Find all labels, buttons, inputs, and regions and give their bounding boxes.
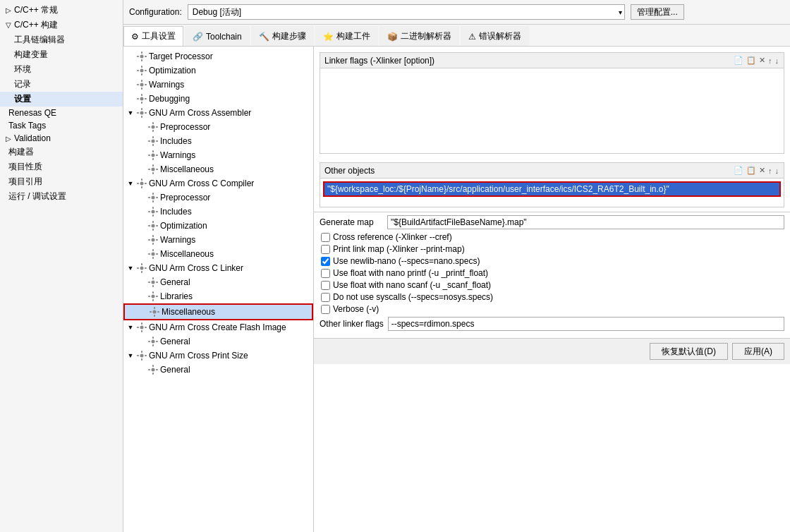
- tab-error-parser[interactable]: ⚠ 错误解析器: [461, 26, 529, 46]
- gear-icon: [136, 262, 147, 274]
- linker-flags-content: [320, 68, 784, 153]
- print-map-checkbox[interactable]: [321, 245, 330, 254]
- sidebar-item-environment[interactable]: 环境: [0, 62, 123, 77]
- checkbox-verbose: Verbose (-v): [320, 304, 784, 314]
- tree-item-asm-misc[interactable]: Miscellaneous: [123, 162, 313, 176]
- expand-icon-flash[interactable]: ▼: [126, 324, 135, 331]
- sidebar-item-toolchain-editor[interactable]: 工具链编辑器: [0, 32, 123, 47]
- svg-rect-39: [156, 155, 158, 156]
- tab-label: 构建步骤: [272, 30, 306, 42]
- sidebar-item-builder[interactable]: 构建器: [0, 145, 123, 159]
- sidebar-item-project-nature[interactable]: 项目性质: [0, 159, 123, 174]
- tree-item-flash-image[interactable]: ▼ GNU Arm Cross Create Flash Image: [123, 320, 313, 334]
- tree-item-gnu-arm-c-compiler[interactable]: ▼ GNU Arm Cross C Compiler: [123, 176, 313, 191]
- float-scanf-label: Use float with nano scanf (-u _scanf_flo…: [333, 280, 491, 290]
- newlib-nano-label: Use newlib-nano (--specs=nano.specs): [333, 256, 480, 266]
- svg-rect-71: [152, 249, 154, 251]
- float-scanf-checkbox[interactable]: [321, 281, 330, 290]
- cross-ref-checkbox[interactable]: [321, 233, 330, 242]
- generate-map-input[interactable]: [387, 215, 784, 229]
- copy-obj-button[interactable]: 📋: [746, 165, 757, 176]
- tree-item-gnu-arm-assembler[interactable]: ▼ GNU Arm Cross Assembler: [123, 106, 313, 120]
- svg-rect-51: [152, 193, 154, 195]
- sidebar-item-cpp-build[interactable]: ▽ C/C++ 构建: [0, 18, 123, 32]
- add-obj-button[interactable]: 📄: [733, 165, 744, 176]
- no-syscalls-checkbox[interactable]: [321, 293, 330, 302]
- tree-item-warnings[interactable]: Warnings: [123, 78, 313, 92]
- tab-toolchain[interactable]: 🔗 Toolchain: [185, 26, 250, 46]
- tree-item-flash-general[interactable]: General: [123, 334, 313, 349]
- tree-item-linker-general[interactable]: General: [123, 275, 313, 289]
- svg-rect-77: [141, 271, 142, 273]
- no-syscalls-label: Do not use syscalls (--specs=nosys.specs…: [333, 292, 493, 302]
- expand-icon-compiler[interactable]: ▼: [126, 180, 135, 187]
- tab-label: 错误解析器: [479, 30, 521, 42]
- tree-item-asm-preprocessor[interactable]: Preprocessor: [123, 120, 313, 134]
- sidebar-item-project-ref[interactable]: 项目引用: [0, 174, 123, 189]
- sidebar-item-build-vars[interactable]: 构建变量: [0, 47, 123, 62]
- sidebar-item-task-tags[interactable]: Task Tags: [0, 119, 123, 132]
- tree-item-print-general[interactable]: General: [123, 363, 313, 377]
- restore-defaults-button[interactable]: 恢复默认值(D): [650, 343, 728, 360]
- tree-item-asm-warnings[interactable]: Warnings: [123, 148, 313, 162]
- svg-rect-3: [137, 56, 139, 57]
- expand-icon-linker[interactable]: ▼: [126, 265, 135, 272]
- other-objects-entry[interactable]: "${workspace_loc:/${ProjName}/src/applic…: [323, 181, 781, 197]
- float-printf-label: Use float with nano printf (-u _printf_f…: [333, 268, 488, 278]
- apply-button[interactable]: 应用(A): [732, 343, 784, 360]
- manage-config-button[interactable]: 管理配置...: [631, 4, 684, 20]
- svg-rect-59: [156, 211, 158, 212]
- add-file-button[interactable]: 📄: [733, 55, 744, 66]
- sidebar-item-cpp-general[interactable]: ▷ C/C++ 常规: [0, 3, 123, 18]
- tab-build-artifact[interactable]: ⭐ 构建工件: [315, 26, 378, 46]
- svg-rect-82: [152, 285, 154, 287]
- tree-item-print-size[interactable]: ▼ GNU Arm Cross Print Size: [123, 349, 313, 363]
- tab-tool-settings[interactable]: ⚙ 工具设置: [123, 26, 183, 46]
- gear-icon: [136, 350, 147, 361]
- tree-label: Warnings: [149, 80, 184, 90]
- sidebar-item-settings[interactable]: 设置: [0, 92, 123, 107]
- tree-item-linker-misc[interactable]: Miscellaneous: [123, 303, 313, 320]
- sidebar-item-validation[interactable]: ▷ Validation: [0, 132, 123, 145]
- tree-item-target-processor[interactable]: Target Processor: [123, 49, 313, 64]
- expand-icon-print[interactable]: ▼: [126, 352, 135, 359]
- sidebar-item-run-debug[interactable]: 运行 / 调试设置: [0, 189, 123, 204]
- tree-item-optimization[interactable]: Optimization: [123, 64, 313, 78]
- tab-label: 工具设置: [142, 30, 176, 42]
- tree-label: Optimization: [160, 221, 207, 231]
- tree-item-cc-warnings[interactable]: Warnings: [123, 233, 313, 247]
- gear-icon: [136, 93, 147, 104]
- tree-item-cc-optimization[interactable]: Optimization: [123, 219, 313, 233]
- tab-build-steps[interactable]: 🔨 构建步骤: [251, 26, 314, 46]
- other-linker-input[interactable]: [388, 317, 784, 331]
- sidebar-item-log[interactable]: 记录: [0, 77, 123, 92]
- float-printf-checkbox[interactable]: [321, 269, 330, 278]
- sidebar-item-renesas-qe[interactable]: Renesas QE: [0, 107, 123, 119]
- svg-point-75: [140, 267, 144, 270]
- newlib-nano-checkbox[interactable]: [321, 257, 330, 266]
- tab-binary-parser[interactable]: 📦 二进制解析器: [379, 26, 459, 46]
- svg-rect-57: [152, 214, 154, 217]
- tree-item-cc-misc[interactable]: Miscellaneous: [123, 247, 313, 261]
- tree-item-cc-preprocessor[interactable]: Preprocessor: [123, 191, 313, 205]
- svg-rect-26: [152, 122, 154, 124]
- copy-button[interactable]: 📋: [746, 55, 757, 66]
- move-obj-down-button[interactable]: ↓: [774, 165, 780, 176]
- tree-item-linker-libraries[interactable]: Libraries: [123, 289, 313, 303]
- move-obj-up-button[interactable]: ↑: [767, 165, 773, 176]
- delete-obj-button[interactable]: ✕: [758, 165, 766, 176]
- expand-icon-assembler[interactable]: ▼: [126, 109, 135, 116]
- svg-rect-67: [152, 243, 154, 245]
- tree-item-asm-includes[interactable]: Includes: [123, 134, 313, 148]
- tree-item-cc-includes[interactable]: Includes: [123, 205, 313, 219]
- svg-rect-2: [141, 59, 142, 61]
- svg-rect-13: [137, 84, 139, 85]
- tree-item-gnu-arm-c-linker[interactable]: ▼ GNU Arm Cross C Linker: [123, 261, 313, 275]
- linker-flags-actions: 📄 📋 ✕ ↑ ↓: [733, 55, 779, 66]
- move-up-button[interactable]: ↑: [767, 55, 773, 66]
- config-select[interactable]: Debug [活动]: [188, 4, 625, 20]
- tree-item-debugging[interactable]: Debugging: [123, 92, 313, 106]
- delete-button[interactable]: ✕: [758, 55, 766, 66]
- move-down-button[interactable]: ↓: [774, 55, 780, 66]
- verbose-checkbox[interactable]: [321, 305, 330, 314]
